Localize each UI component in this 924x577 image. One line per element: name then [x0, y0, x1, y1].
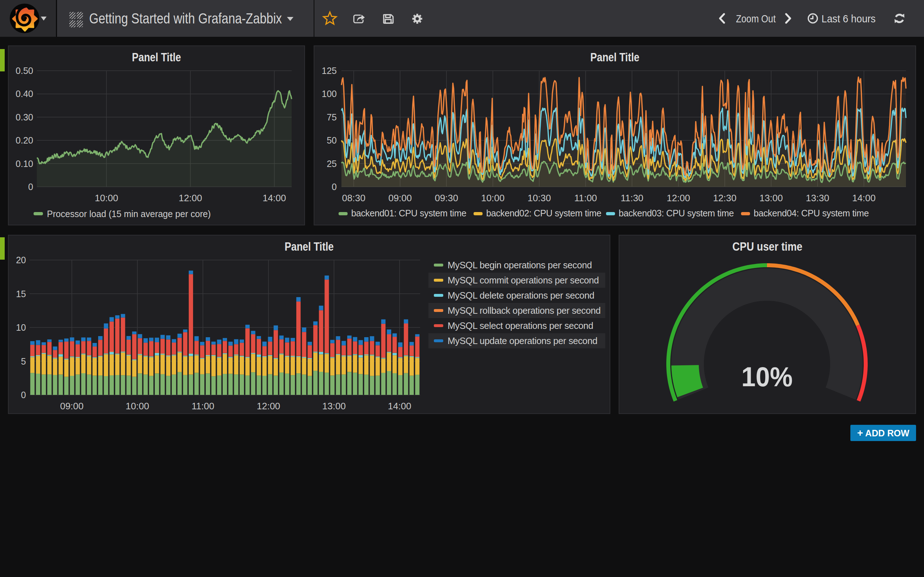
- svg-text:11:00: 11:00: [574, 193, 597, 203]
- svg-text:0.10: 0.10: [16, 159, 33, 169]
- svg-text:15: 15: [16, 289, 26, 299]
- svg-text:14:00: 14:00: [852, 193, 876, 203]
- svg-text:13:30: 13:30: [806, 193, 829, 203]
- svg-text:backend04: CPU system time: backend04: CPU system time: [754, 208, 869, 218]
- svg-text:MySQL rollback operations per: MySQL rollback operations per second: [447, 305, 601, 316]
- svg-text:Panel Title: Panel Title: [591, 50, 640, 64]
- svg-text:10:30: 10:30: [527, 193, 551, 203]
- svg-text:backend01: CPU system time: backend01: CPU system time: [351, 208, 466, 218]
- svg-text:25: 25: [327, 159, 337, 169]
- svg-text:Last 6 hours: Last 6 hours: [822, 13, 876, 24]
- svg-text:Getting Started with Grafana-Z: Getting Started with Grafana-Zabbix: [89, 10, 282, 27]
- svg-text:11:30: 11:30: [620, 193, 643, 203]
- svg-text:100: 100: [321, 89, 337, 99]
- svg-text:13:00: 13:00: [759, 193, 783, 203]
- svg-text:MySQL commit operations per se: MySQL commit operations per second: [447, 275, 599, 285]
- svg-text:125: 125: [321, 66, 337, 76]
- svg-text:backend02: CPU system time: backend02: CPU system time: [486, 208, 601, 218]
- svg-text:CPU user time: CPU user time: [732, 239, 802, 253]
- svg-text:MySQL select operations per se: MySQL select operations per second: [447, 321, 593, 331]
- svg-text:MySQL update operations per se: MySQL update operations per second: [447, 336, 597, 346]
- svg-text:MySQL begin operations per sec: MySQL begin operations per second: [447, 260, 592, 270]
- svg-text:0: 0: [21, 390, 26, 400]
- svg-text:09:00: 09:00: [60, 401, 83, 411]
- svg-text:75: 75: [327, 112, 337, 122]
- svg-text:10:00: 10:00: [126, 401, 149, 411]
- svg-text:12:00: 12:00: [179, 193, 202, 203]
- svg-text:20: 20: [16, 255, 26, 265]
- svg-text:10: 10: [16, 322, 26, 332]
- svg-text:Zoom Out: Zoom Out: [736, 13, 776, 24]
- svg-text:5: 5: [21, 356, 26, 366]
- svg-text:12:30: 12:30: [713, 193, 736, 203]
- svg-text:0.20: 0.20: [16, 135, 33, 145]
- svg-text:0.40: 0.40: [16, 89, 33, 99]
- svg-text:backend03: CPU system time: backend03: CPU system time: [619, 208, 734, 218]
- svg-text:09:00: 09:00: [388, 193, 412, 203]
- svg-text:10:00: 10:00: [95, 193, 118, 203]
- svg-text:0.30: 0.30: [16, 112, 33, 122]
- svg-text:0: 0: [332, 182, 337, 192]
- svg-text:0.50: 0.50: [16, 66, 33, 76]
- svg-text:10:00: 10:00: [481, 193, 505, 203]
- svg-text:MySQL delete operations per se: MySQL delete operations per second: [447, 290, 594, 300]
- svg-text:11:00: 11:00: [192, 401, 215, 411]
- svg-text:Panel Title: Panel Title: [285, 239, 334, 253]
- svg-text:0: 0: [28, 182, 33, 192]
- svg-text:50: 50: [327, 135, 337, 145]
- svg-text:08:30: 08:30: [342, 193, 365, 203]
- svg-text:Processor load (15 min average: Processor load (15 min average per core): [47, 209, 211, 219]
- svg-text:09:30: 09:30: [435, 193, 458, 203]
- svg-text:Panel Title: Panel Title: [132, 50, 181, 64]
- svg-text:14:00: 14:00: [262, 193, 286, 203]
- svg-text:10%: 10%: [741, 361, 793, 392]
- svg-text:12:00: 12:00: [667, 193, 690, 203]
- svg-text:12:00: 12:00: [257, 401, 280, 411]
- svg-text:14:00: 14:00: [388, 401, 411, 411]
- svg-text:13:00: 13:00: [322, 401, 346, 411]
